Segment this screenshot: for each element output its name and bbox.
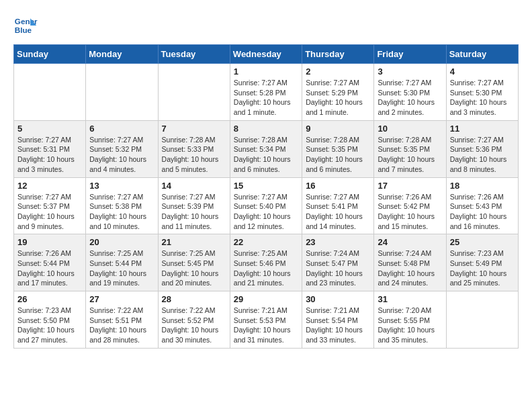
day-info: Sunrise: 7:26 AM Sunset: 5:44 PM Dayligh…	[17, 248, 82, 288]
calendar-cell: 17Sunrise: 7:26 AM Sunset: 5:42 PM Dayli…	[374, 177, 446, 234]
day-number: 21	[162, 237, 226, 247]
calendar-week-3: 12Sunrise: 7:27 AM Sunset: 5:37 PM Dayli…	[14, 177, 519, 234]
day-number: 29	[234, 294, 298, 304]
day-info: Sunrise: 7:28 AM Sunset: 5:33 PM Dayligh…	[162, 135, 226, 175]
day-number: 6	[89, 124, 154, 134]
day-info: Sunrise: 7:23 AM Sunset: 5:50 PM Dayligh…	[17, 306, 82, 345]
day-number: 8	[234, 124, 298, 134]
day-info: Sunrise: 7:27 AM Sunset: 5:38 PM Dayligh…	[89, 192, 154, 232]
day-info: Sunrise: 7:27 AM Sunset: 5:36 PM Dayligh…	[450, 135, 515, 175]
day-info: Sunrise: 7:22 AM Sunset: 5:51 PM Dayligh…	[89, 306, 154, 345]
day-info: Sunrise: 7:25 AM Sunset: 5:44 PM Dayligh…	[89, 248, 154, 288]
day-number: 15	[234, 181, 298, 191]
day-info: Sunrise: 7:27 AM Sunset: 5:40 PM Dayligh…	[234, 192, 298, 232]
calendar-cell	[446, 291, 518, 349]
day-info: Sunrise: 7:27 AM Sunset: 5:37 PM Dayligh…	[17, 192, 82, 232]
day-number: 26	[17, 294, 82, 304]
day-number: 2	[306, 66, 370, 77]
calendar-cell: 20Sunrise: 7:25 AM Sunset: 5:44 PM Dayli…	[86, 234, 158, 291]
calendar-cell: 7Sunrise: 7:28 AM Sunset: 5:33 PM Daylig…	[158, 120, 230, 177]
day-number: 12	[17, 181, 82, 191]
day-info: Sunrise: 7:20 AM Sunset: 5:55 PM Dayligh…	[378, 306, 442, 345]
day-number: 30	[306, 294, 370, 304]
calendar-cell: 2Sunrise: 7:27 AM Sunset: 5:29 PM Daylig…	[302, 64, 374, 121]
day-info: Sunrise: 7:25 AM Sunset: 5:45 PM Dayligh…	[162, 248, 226, 288]
calendar-cell: 9Sunrise: 7:28 AM Sunset: 5:35 PM Daylig…	[302, 120, 374, 177]
calendar-cell	[86, 64, 158, 121]
calendar-cell: 16Sunrise: 7:27 AM Sunset: 5:41 PM Dayli…	[302, 177, 374, 234]
calendar-cell: 25Sunrise: 7:23 AM Sunset: 5:49 PM Dayli…	[446, 234, 518, 291]
day-info: Sunrise: 7:27 AM Sunset: 5:31 PM Dayligh…	[17, 135, 82, 175]
logo-icon: General Blue	[13, 13, 38, 38]
day-info: Sunrise: 7:28 AM Sunset: 5:35 PM Dayligh…	[306, 135, 370, 175]
header-sunday: Sunday	[14, 45, 86, 64]
day-info: Sunrise: 7:27 AM Sunset: 5:28 PM Dayligh…	[234, 78, 298, 118]
day-info: Sunrise: 7:21 AM Sunset: 5:53 PM Dayligh…	[234, 306, 298, 345]
day-number: 10	[378, 124, 442, 134]
day-info: Sunrise: 7:26 AM Sunset: 5:42 PM Dayligh…	[378, 192, 442, 232]
header-friday: Friday	[374, 45, 446, 64]
calendar-cell: 18Sunrise: 7:26 AM Sunset: 5:43 PM Dayli…	[446, 177, 518, 234]
calendar-cell: 23Sunrise: 7:24 AM Sunset: 5:47 PM Dayli…	[302, 234, 374, 291]
calendar-cell: 27Sunrise: 7:22 AM Sunset: 5:51 PM Dayli…	[86, 291, 158, 349]
calendar-cell: 3Sunrise: 7:27 AM Sunset: 5:30 PM Daylig…	[374, 64, 446, 121]
day-number: 13	[89, 181, 154, 191]
day-number: 23	[306, 237, 370, 247]
day-info: Sunrise: 7:24 AM Sunset: 5:48 PM Dayligh…	[378, 248, 442, 288]
day-number: 17	[378, 181, 442, 191]
day-number: 7	[162, 124, 226, 134]
day-info: Sunrise: 7:27 AM Sunset: 5:29 PM Dayligh…	[306, 78, 370, 118]
day-number: 16	[306, 181, 370, 191]
calendar-cell: 4Sunrise: 7:27 AM Sunset: 5:30 PM Daylig…	[446, 64, 518, 121]
day-info: Sunrise: 7:25 AM Sunset: 5:46 PM Dayligh…	[234, 248, 298, 288]
calendar-cell	[14, 64, 86, 121]
calendar-cell: 21Sunrise: 7:25 AM Sunset: 5:45 PM Dayli…	[158, 234, 230, 291]
day-number: 5	[17, 124, 82, 134]
day-number: 1	[234, 66, 298, 77]
calendar-cell: 5Sunrise: 7:27 AM Sunset: 5:31 PM Daylig…	[14, 120, 86, 177]
calendar-cell: 8Sunrise: 7:28 AM Sunset: 5:34 PM Daylig…	[230, 120, 302, 177]
day-info: Sunrise: 7:28 AM Sunset: 5:35 PM Dayligh…	[378, 135, 442, 175]
day-info: Sunrise: 7:22 AM Sunset: 5:52 PM Dayligh…	[162, 306, 226, 345]
day-info: Sunrise: 7:28 AM Sunset: 5:34 PM Dayligh…	[234, 135, 298, 175]
page-header: General Blue	[13, 13, 519, 38]
calendar-cell: 29Sunrise: 7:21 AM Sunset: 5:53 PM Dayli…	[230, 291, 302, 349]
calendar-cell: 31Sunrise: 7:20 AM Sunset: 5:55 PM Dayli…	[374, 291, 446, 349]
calendar-cell: 24Sunrise: 7:24 AM Sunset: 5:48 PM Dayli…	[374, 234, 446, 291]
calendar-cell: 26Sunrise: 7:23 AM Sunset: 5:50 PM Dayli…	[14, 291, 86, 349]
day-number: 11	[450, 124, 515, 134]
day-info: Sunrise: 7:23 AM Sunset: 5:49 PM Dayligh…	[450, 248, 515, 288]
day-number: 27	[89, 294, 154, 304]
header-monday: Monday	[86, 45, 158, 64]
calendar-week-2: 5Sunrise: 7:27 AM Sunset: 5:31 PM Daylig…	[14, 120, 519, 177]
day-info: Sunrise: 7:26 AM Sunset: 5:43 PM Dayligh…	[450, 192, 515, 232]
day-info: Sunrise: 7:24 AM Sunset: 5:47 PM Dayligh…	[306, 248, 370, 288]
calendar-cell: 12Sunrise: 7:27 AM Sunset: 5:37 PM Dayli…	[14, 177, 86, 234]
calendar-header-row: SundayMondayTuesdayWednesdayThursdayFrid…	[14, 45, 519, 64]
calendar-week-4: 19Sunrise: 7:26 AM Sunset: 5:44 PM Dayli…	[14, 234, 519, 291]
day-info: Sunrise: 7:27 AM Sunset: 5:30 PM Dayligh…	[450, 78, 515, 118]
day-number: 14	[162, 181, 226, 191]
day-info: Sunrise: 7:21 AM Sunset: 5:54 PM Dayligh…	[306, 306, 370, 345]
calendar-week-1: 1Sunrise: 7:27 AM Sunset: 5:28 PM Daylig…	[14, 64, 519, 121]
day-number: 31	[378, 294, 442, 304]
calendar-cell: 6Sunrise: 7:27 AM Sunset: 5:32 PM Daylig…	[86, 120, 158, 177]
day-number: 24	[378, 237, 442, 247]
day-number: 3	[378, 66, 442, 77]
calendar-cell: 30Sunrise: 7:21 AM Sunset: 5:54 PM Dayli…	[302, 291, 374, 349]
day-info: Sunrise: 7:27 AM Sunset: 5:30 PM Dayligh…	[378, 78, 442, 118]
svg-text:Blue: Blue	[15, 26, 32, 34]
header-saturday: Saturday	[446, 45, 518, 64]
calendar-cell: 11Sunrise: 7:27 AM Sunset: 5:36 PM Dayli…	[446, 120, 518, 177]
day-info: Sunrise: 7:27 AM Sunset: 5:39 PM Dayligh…	[162, 192, 226, 232]
header-thursday: Thursday	[302, 45, 374, 64]
calendar-cell: 19Sunrise: 7:26 AM Sunset: 5:44 PM Dayli…	[14, 234, 86, 291]
day-number: 28	[162, 294, 226, 304]
day-number: 22	[234, 237, 298, 247]
calendar-cell	[158, 64, 230, 121]
day-number: 19	[17, 237, 82, 247]
calendar-table: SundayMondayTuesdayWednesdayThursdayFrid…	[13, 44, 519, 349]
calendar-cell: 28Sunrise: 7:22 AM Sunset: 5:52 PM Dayli…	[158, 291, 230, 349]
calendar-cell: 15Sunrise: 7:27 AM Sunset: 5:40 PM Dayli…	[230, 177, 302, 234]
day-number: 20	[89, 237, 154, 247]
